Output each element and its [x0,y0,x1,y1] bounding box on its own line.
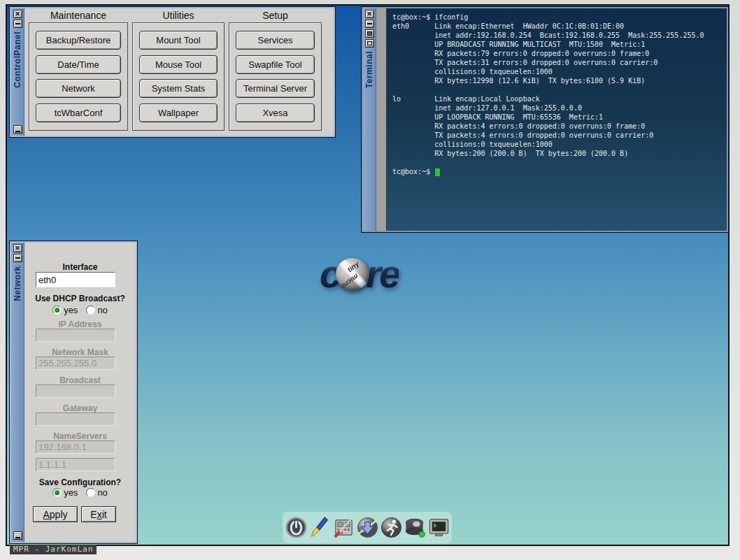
interface-input[interactable] [36,272,115,287]
terminal-line: lo Link encap:Local Loopback [392,94,725,103]
save-yes-radio[interactable]: yes [52,487,78,498]
network-form: Interface Use DHCP Broadcast? yes no IP … [24,243,136,542]
terminal-line: inet addr:127.0.0.1 Mask:255.0.0.0 [392,103,725,113]
mount-tool-button[interactable]: Mount Tool [139,31,218,50]
dhcp-no-radio[interactable]: no [86,305,107,315]
dhcp-label: Use DHCP Broadcast? [24,294,136,303]
ip-address-label: IP Address [24,320,136,329]
group-box-utilities: Mount Tool Mouse Tool System Stats Wallp… [132,22,225,131]
terminal-line: collisions:0 txqueuelen:1000 [392,140,725,149]
logo-tiny-text: tiny [346,260,361,274]
broadcast-input [36,385,115,398]
tcwbarconf-button[interactable]: tcWbarConf [36,103,121,122]
terminal-line: RX packets:79 errors:0 dropped:0 overrun… [392,49,725,58]
network-mask-label: Network Mask [24,347,136,357]
apply-button[interactable]: Apply [33,506,78,522]
terminal-line: collisions:0 txqueuelen:1000 [392,67,725,76]
logo-micro-text: micro [341,273,360,290]
group-label-setup: Setup [229,9,322,22]
mouse-tool-button[interactable]: Mouse Tool [139,55,218,74]
terminal-output[interactable]: tc@box:~$ ifconfig eth0 Link encap:Ether… [387,8,727,231]
terminal-line: RX bytes:200 (200.0 B) TX bytes:200 (200… [392,149,725,158]
save-no-radio[interactable]: no [86,487,107,498]
group-label-utilities: Utilities [132,9,225,22]
network-window: ✕ Network Interface Use DHCP Broadcast? … [10,241,137,543]
control-panel-window: ✕ ControlPanel Maintenance Backup/Restor… [10,7,335,137]
terminal-line: RX packets:4 errors:0 dropped:0 overruns… [392,122,725,131]
terminal-scrollbar[interactable] [376,8,387,231]
terminal-cursor [435,168,440,176]
date-time-button[interactable]: Date/Time [36,55,121,74]
gateway-label: Gateway [24,403,136,413]
nameserver2-input [36,458,115,471]
control-panel-body: Maintenance Backup/Restore Date/Time Net… [24,8,334,136]
desktop: ✕ ControlPanel Maintenance Backup/Restor… [6,4,730,546]
shade-icon[interactable] [13,254,22,262]
minimize-icon[interactable] [13,531,22,540]
run-icon[interactable] [379,515,403,541]
group-box-maintenance: Backup/Restore Date/Time Network tcWbarC… [29,22,128,131]
control-panel-icon[interactable] [332,515,355,541]
gateway-input [36,412,115,426]
terminal-line: eth0 Link encap:Ethernet HWaddr 0C:1C:0B… [392,22,725,31]
power-icon[interactable] [284,515,308,541]
mount-icon[interactable] [403,515,427,541]
save-configuration-label: Save Configuration? [24,478,136,487]
terminal-line: RX bytes:12998 (12.6 KiB) TX bytes:6100 … [392,76,725,85]
status-label: MPR - JarKomLan [10,545,97,554]
backup-restore-button[interactable]: Backup/Restore [36,31,121,50]
window-title: ControlPanel [13,31,22,88]
system-stats-button[interactable]: System Stats [139,79,218,98]
shade-icon[interactable] [365,20,374,28]
close-icon[interactable]: ✕ [13,10,22,18]
exit-button[interactable]: Exit [81,506,116,522]
paint-icon[interactable] [308,515,332,541]
terminal-line: TX packets:4 errors:0 dropped:0 overruns… [392,131,725,140]
terminal-titlebar[interactable]: ✕ Terminal [363,8,376,231]
network-titlebar[interactable]: ✕ Network [11,243,24,542]
network-mask-input [36,357,115,370]
interface-label: Interface [24,262,136,272]
logo-sphere: tiny micro [336,258,369,290]
maximize-icon[interactable] [365,29,374,38]
terminal-line [392,85,725,94]
control-panel-titlebar[interactable]: ✕ ControlPanel [11,8,24,136]
terminal-server-button[interactable]: Terminal Server [236,79,315,98]
tinycore-logo: c tiny micro re [320,254,399,294]
close-icon[interactable]: ✕ [13,244,22,252]
terminal-line: TX packets:31 errors:0 dropped:0 overrun… [392,58,725,67]
group-label-maintenance: Maintenance [29,9,128,22]
services-button[interactable]: Services [236,31,315,50]
terminal-line: UP LOOPBACK RUNNING MTU:65536 Metric:1 [392,113,725,122]
terminal-line: UP BROADCAST RUNNING MULTICAST MTU:1500 … [392,40,725,49]
wallpaper-button[interactable]: Wallpaper [139,103,218,122]
swapfile-tool-button[interactable]: Swapfile Tool [236,55,315,74]
window-title: Terminal [364,51,374,88]
logo-letter-re: re [366,254,399,294]
apps-icon[interactable] [355,515,379,541]
nameserver1-input [36,440,115,454]
minimize-icon[interactable] [13,125,22,134]
terminal-line: inet addr:192.168.0.254 Bcast:192.168.0.… [392,31,725,40]
terminal-icon[interactable] [427,515,450,541]
terminal-prompt-line: tc@box:~$ [392,167,725,176]
xvesa-button[interactable]: Xvesa [236,103,315,122]
ip-address-input [36,329,115,342]
shade-icon[interactable] [13,20,22,28]
dhcp-yes-radio[interactable]: yes [52,305,78,315]
close-icon[interactable]: ✕ [365,10,374,18]
terminal-window: ✕ Terminal tc@box:~$ ifconfig eth0 Link … [362,7,728,232]
network-button[interactable]: Network [36,79,121,98]
terminal-line [392,158,725,167]
restore-icon[interactable] [365,39,374,48]
broadcast-label: Broadcast [24,375,136,385]
terminal-line: tc@box:~$ ifconfig [392,13,725,22]
dock [283,512,452,543]
group-box-setup: Services Swapfile Tool Terminal Server X… [229,22,322,131]
nameservers-label: NameServers [24,431,136,441]
window-title: Network [13,266,22,301]
